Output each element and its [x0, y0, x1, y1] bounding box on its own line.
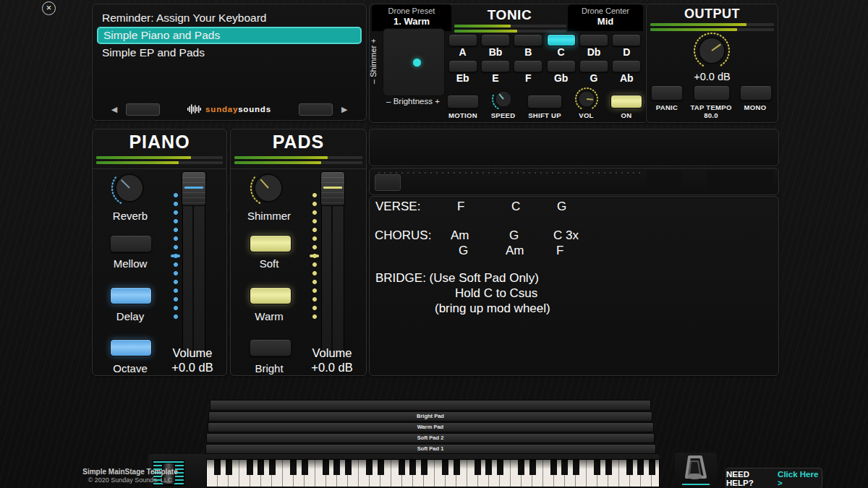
piano-volume-value: +0.0 dB: [156, 361, 229, 374]
mainstage-workspace: ✕ Reminder: Assign Your Keyboard Simple …: [0, 0, 868, 488]
tempo-value: 80.0: [687, 111, 735, 119]
note-button-eb[interactable]: [448, 60, 477, 72]
note-button-b[interactable]: [514, 34, 542, 46]
patch-item-ep[interactable]: Simple EP and Pads: [102, 45, 357, 61]
output-gain-knob[interactable]: [692, 30, 732, 71]
note-button-db[interactable]: [579, 34, 608, 46]
warm-button[interactable]: [250, 287, 292, 304]
layer-strip[interactable]: Soft Pad 1: [205, 444, 656, 454]
motion-button[interactable]: [447, 95, 479, 108]
layer-strip[interactable]: Soft Pad 2: [206, 433, 655, 443]
tonic-title: TONIC: [451, 7, 568, 23]
note-label-c: C: [545, 46, 577, 58]
soft-button[interactable]: [250, 235, 292, 252]
note-button-ab[interactable]: [612, 60, 641, 72]
drone-center-tab[interactable]: Drone Center Mid: [568, 4, 643, 31]
note-button-f[interactable]: [514, 60, 542, 72]
piano-fader-line: [184, 187, 203, 189]
logo-word-sounds: sounds: [238, 105, 271, 114]
note-button-bb[interactable]: [481, 34, 510, 46]
shift-up-button[interactable]: [527, 95, 562, 108]
piano-header: PIANO: [93, 129, 226, 169]
drone-on-button[interactable]: [610, 95, 642, 108]
chorus-chord-2: G: [509, 228, 519, 243]
drone-panel: Drone Preset 1. Warm TONIC Drone Center …: [369, 4, 649, 123]
keyboard-keys[interactable]: [206, 459, 660, 487]
drone-preset-label: Drone Preset: [372, 7, 451, 15]
mellow-button[interactable]: [110, 235, 152, 252]
waveform-icon: [187, 104, 202, 114]
shift-up-label: SHIFT UP: [525, 111, 564, 119]
layer-strip[interactable]: Bright Pad: [208, 411, 652, 421]
help-box[interactable]: NEED HELP? Click Here >: [726, 468, 822, 488]
mono-label: MONO: [736, 103, 774, 111]
note-label-b: B: [512, 46, 545, 58]
layer-strip[interactable]: Warm Pad: [208, 422, 654, 432]
layer-strip-back: [210, 400, 651, 411]
sustain-pedal: [675, 453, 717, 488]
note-button-c-active[interactable]: [547, 34, 576, 46]
tonic-note-grid: A Bb B C Db D Eb E F Gb G Ab: [446, 34, 643, 84]
template-name: Simple MainStage Template: [43, 468, 217, 476]
mono-button[interactable]: [740, 85, 772, 100]
note-label-gb: Gb: [545, 72, 577, 84]
patch-item-selected[interactable]: Simple Piano and Pads: [97, 27, 362, 44]
note-label-f: F: [512, 72, 545, 84]
note-button-e[interactable]: [481, 60, 510, 72]
shimmer-knob[interactable]: [248, 168, 289, 208]
tap-tempo-label: TAP TEMPO: [687, 103, 735, 111]
chord-chart-panel: VERSE: F C G CHORUS: Am G C 3x G Am F BR…: [369, 196, 779, 376]
chorus-chord-6: F: [556, 244, 563, 258]
speed-knob[interactable]: [491, 87, 516, 111]
drone-controls: MOTION SPEED SHIFT UP V: [445, 86, 644, 119]
help-link[interactable]: Click Here >: [778, 470, 822, 487]
xy-pad-dot[interactable]: [413, 59, 421, 67]
piano-title: PIANO: [93, 132, 226, 153]
pedal-accent-line: [682, 484, 710, 485]
piano-panel: PIANO Reverb Mellow Delay Octave Volume …: [92, 129, 227, 376]
note-button-a[interactable]: [448, 34, 477, 46]
chorus-label: CHORUS:: [375, 228, 431, 243]
delay-button[interactable]: [110, 287, 152, 304]
pads-panel: PADS Shimmer Soft Warm Bright Volume +0.…: [230, 129, 367, 376]
prev-patch-button[interactable]: [126, 103, 160, 116]
note-label-d: D: [610, 46, 643, 58]
reverb-label: Reverb: [90, 210, 170, 222]
tap-tempo-button[interactable]: [694, 85, 730, 100]
bright-button[interactable]: [250, 339, 292, 356]
drone-center-value: Mid: [568, 16, 643, 27]
mellow-label: Mellow: [90, 257, 170, 270]
vol-knob[interactable]: [574, 87, 599, 111]
tonic-meters: [454, 25, 566, 35]
delay-label: Delay: [90, 310, 170, 322]
keys-shading: [207, 460, 659, 487]
drone-xy-pad[interactable]: [383, 28, 445, 96]
patch-item-reminder[interactable]: Reminder: Assign Your Keyboard: [102, 10, 357, 26]
output-gain-value: +0.0 dB: [647, 71, 778, 82]
soft-label: Soft: [229, 257, 309, 270]
note-label-db: Db: [577, 46, 610, 58]
next-patch-button[interactable]: [299, 103, 333, 116]
panic-button[interactable]: [651, 85, 683, 100]
note-label-e: E: [479, 72, 511, 84]
octave-button[interactable]: [110, 339, 152, 356]
reverb-knob[interactable]: [109, 168, 150, 208]
speed-label: SPEED: [487, 111, 520, 119]
verse-label: VERSE:: [375, 200, 420, 214]
bridge-line-2: Hold C to Csus: [455, 286, 537, 301]
prev-arrow-icon[interactable]: ◀: [111, 105, 117, 114]
scrubber-handle[interactable]: [375, 174, 401, 191]
piano-fader-handle[interactable]: [182, 171, 206, 206]
panic-label: PANIC: [647, 103, 687, 111]
pads-fader-line: [323, 187, 342, 189]
note-button-gb[interactable]: [547, 60, 576, 72]
note-button-g[interactable]: [579, 60, 608, 72]
on-label: ON: [608, 111, 644, 119]
bridge-line-1: BRIDGE: (Use Soft Pad Only): [375, 271, 539, 286]
next-arrow-icon[interactable]: ▶: [341, 105, 347, 114]
close-icon[interactable]: ✕: [42, 1, 56, 15]
pads-fader-handle[interactable]: [320, 171, 345, 206]
note-button-d[interactable]: [612, 34, 641, 46]
drone-preset-tab[interactable]: Drone Preset 1. Warm: [372, 4, 451, 31]
output-panel: OUTPUT +0.0 dB PANIC TAP TEMPO 80.0 MONO: [646, 4, 778, 123]
